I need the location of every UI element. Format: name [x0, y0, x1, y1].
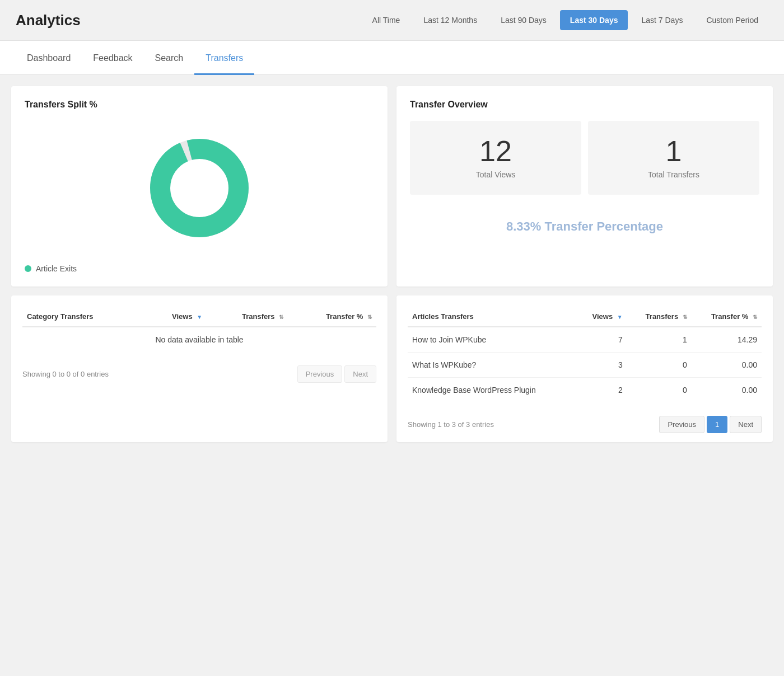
period-nav: All Time Last 12 Months Last 90 Days Las… — [362, 10, 768, 30]
articles-transfers-panel: Articles Transfers Views ▼ Transfers ⇅ T… — [396, 295, 773, 442]
articles-entries-info: Showing 1 to 3 of 3 entries — [408, 420, 494, 429]
category-table-footer: Showing 0 to 0 of 0 entries Previous Nex… — [22, 360, 376, 383]
article-views-cell: 7 — [577, 327, 627, 353]
article-name-cell: How to Join WPKube — [408, 327, 577, 353]
tabs-section: Dashboard Feedback Search Transfers — [0, 40, 784, 75]
transfers-sort-icon: ⇅ — [279, 314, 283, 320]
article-transfer-pct-sort-icon: ⇅ — [753, 314, 757, 320]
category-transfers-table: Category Transfers Views ▼ Transfers ⇅ T… — [22, 307, 376, 352]
transfer-overview-title: Transfer Overview — [410, 100, 759, 110]
total-views-number: 12 — [421, 137, 570, 166]
article-pct-cell: 0.00 — [692, 353, 762, 378]
articles-table-footer: Showing 1 to 3 of 3 entries Previous 1 N… — [408, 410, 762, 433]
col-article-name: Articles Transfers — [408, 307, 577, 327]
articles-pagination: Previous 1 Next — [659, 416, 762, 433]
period-90-days[interactable]: Last 90 Days — [491, 10, 557, 30]
col-article-views[interactable]: Views ▼ — [577, 307, 627, 327]
articles-prev-button[interactable]: Previous — [659, 416, 704, 433]
category-prev-button[interactable]: Previous — [297, 365, 343, 383]
tables-row: Category Transfers Views ▼ Transfers ⇅ T… — [11, 295, 773, 442]
svg-point-1 — [160, 149, 239, 227]
article-pct-cell: 14.29 — [692, 327, 762, 353]
transfers-split-title: Transfers Split % — [25, 100, 374, 110]
main-content: Transfers Split % Article Exits Transfer… — [0, 75, 784, 453]
category-transfers-panel: Category Transfers Views ▼ Transfers ⇅ T… — [11, 295, 388, 442]
total-transfers-number: 1 — [599, 137, 748, 166]
category-next-button[interactable]: Next — [344, 365, 376, 383]
legend-label-article-exits: Article Exits — [36, 264, 77, 273]
articles-next-button[interactable]: Next — [730, 416, 762, 433]
table-row: Knowledge Base WordPress Plugin 2 0 0.00 — [408, 378, 762, 403]
table-row: What Is WPKube? 3 0 0.00 — [408, 353, 762, 378]
transfers-split-panel: Transfers Split % Article Exits — [11, 86, 388, 287]
views-sort-icon: ▼ — [197, 314, 202, 320]
tab-dashboard[interactable]: Dashboard — [16, 41, 82, 75]
articles-transfers-table: Articles Transfers Views ▼ Transfers ⇅ T… — [408, 307, 762, 402]
transfer-percentage: 8.33% Transfer Percentage — [410, 208, 759, 240]
article-name-cell: What Is WPKube? — [408, 353, 577, 378]
article-name-cell: Knowledge Base WordPress Plugin — [408, 378, 577, 403]
period-all-time[interactable]: All Time — [362, 10, 410, 30]
page-title: Analytics — [16, 12, 81, 29]
donut-container — [25, 121, 374, 255]
article-transfers-cell: 0 — [627, 353, 692, 378]
article-transfers-cell: 1 — [627, 327, 692, 353]
panels-row: Transfers Split % Article Exits Transfer… — [11, 86, 773, 287]
total-transfers-box: 1 Total Transfers — [588, 121, 759, 195]
total-views-box: 12 Total Views — [410, 121, 581, 195]
col-category-transfer-pct[interactable]: Transfer % ⇅ — [288, 307, 376, 327]
tab-transfers[interactable]: Transfers — [194, 41, 254, 75]
legend-dot-article-exits — [25, 265, 31, 272]
header: Analytics All Time Last 12 Months Last 9… — [0, 0, 784, 40]
overview-stats: 12 Total Views 1 Total Transfers — [410, 121, 759, 195]
no-data-text: No data available in table — [22, 327, 376, 352]
category-pagination: Previous Next — [297, 365, 376, 383]
article-views-sort-icon: ▼ — [617, 314, 623, 320]
donut-chart — [143, 132, 255, 244]
total-views-label: Total Views — [421, 170, 570, 179]
col-category-transfers[interactable]: Transfers ⇅ — [207, 307, 288, 327]
article-transfers-cell: 0 — [627, 378, 692, 403]
table-row: How to Join WPKube 7 1 14.29 — [408, 327, 762, 353]
transfer-pct-sort-icon: ⇅ — [367, 314, 372, 320]
article-views-cell: 2 — [577, 378, 627, 403]
total-transfers-label: Total Transfers — [599, 170, 748, 179]
article-pct-cell: 0.00 — [692, 378, 762, 403]
article-transfers-sort-icon: ⇅ — [683, 314, 687, 320]
articles-page-1-button[interactable]: 1 — [707, 416, 727, 433]
tab-search[interactable]: Search — [144, 41, 195, 75]
category-entries-info: Showing 0 to 0 of 0 entries — [22, 370, 109, 378]
article-views-cell: 3 — [577, 353, 627, 378]
legend-row: Article Exits — [25, 264, 374, 273]
transfer-overview-panel: Transfer Overview 12 Total Views 1 Total… — [396, 86, 773, 287]
col-article-transfers[interactable]: Transfers ⇅ — [627, 307, 692, 327]
period-7-days[interactable]: Last 7 Days — [631, 10, 693, 30]
col-category-name: Category Transfers — [22, 307, 143, 327]
table-row-no-data: No data available in table — [22, 327, 376, 352]
tab-feedback[interactable]: Feedback — [82, 41, 143, 75]
period-12-months[interactable]: Last 12 Months — [413, 10, 487, 30]
col-category-views[interactable]: Views ▼ — [143, 307, 207, 327]
col-article-transfer-pct[interactable]: Transfer % ⇅ — [692, 307, 762, 327]
period-custom[interactable]: Custom Period — [696, 10, 768, 30]
period-30-days[interactable]: Last 30 Days — [560, 10, 628, 30]
